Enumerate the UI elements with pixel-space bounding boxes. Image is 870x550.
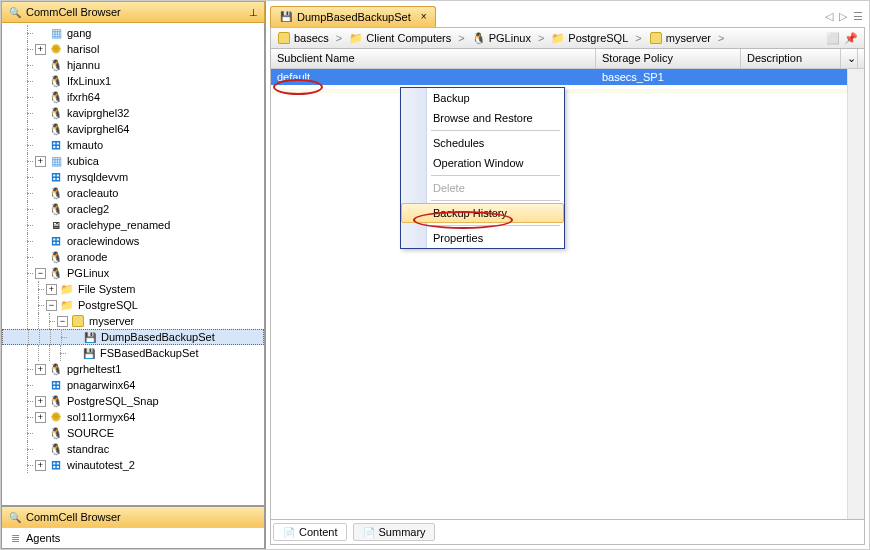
tree-item-oranode[interactable]: oranode: [2, 249, 264, 265]
bottom-tab-label: CommCell Browser: [26, 511, 121, 523]
tree-item-postgresqlsnap[interactable]: +PostgreSQL_Snap: [2, 393, 264, 409]
column-menu-icon[interactable]: ⌄: [841, 49, 858, 68]
tree-item-standrac[interactable]: standrac: [2, 441, 264, 457]
chevron-right-icon[interactable]: >: [715, 32, 727, 44]
expander-icon[interactable]: +: [35, 412, 46, 423]
pin-icon[interactable]: ⬜: [826, 32, 840, 45]
tree-item-oraclewindows[interactable]: oraclewindows: [2, 233, 264, 249]
chevron-right-icon[interactable]: >: [333, 32, 345, 44]
expander-icon[interactable]: −: [46, 300, 57, 311]
menu-item-schedules[interactable]: Schedules: [401, 133, 564, 153]
folder-icon: [551, 31, 565, 45]
tree-item-oracleauto[interactable]: oracleauto: [2, 185, 264, 201]
tree-item-kaviprghel64[interactable]: kaviprghel64: [2, 121, 264, 137]
expander-icon[interactable]: +: [35, 364, 46, 375]
col-header-storagepolicy[interactable]: Storage Policy: [596, 49, 741, 68]
tree-item-winautotest2[interactable]: +winautotest_2: [2, 457, 264, 473]
tree-item-harisol[interactable]: +harisol: [2, 41, 264, 57]
tree-label: gang: [67, 27, 91, 39]
scrollbar[interactable]: [847, 69, 864, 519]
expander-icon[interactable]: +: [35, 156, 46, 167]
menu-item-operationwindow[interactable]: Operation Window: [401, 153, 564, 173]
tree-item-kmauto[interactable]: kmauto: [2, 137, 264, 153]
chevron-right-icon[interactable]: >: [535, 32, 547, 44]
bottom-tab-agents[interactable]: Agents: [2, 527, 264, 548]
crumb-postgresql[interactable]: PostgreSQL: [551, 31, 628, 45]
menu-item-browseandrestore[interactable]: Browse and Restore: [401, 108, 564, 128]
content-tab-content[interactable]: Content: [273, 523, 347, 541]
tree-item-mysqldevvm[interactable]: mysqldevvm: [2, 169, 264, 185]
pin-icon[interactable]: ⊥: [249, 7, 258, 18]
tree: gang+harisolhjannuIfxLinux1ifxrh64kavipr…: [2, 23, 264, 475]
tree-item-pglinux[interactable]: −PGLinux: [2, 265, 264, 281]
tree-item-myserver[interactable]: −myserver: [2, 313, 264, 329]
col-header-subclientname[interactable]: Subclient Name: [271, 49, 596, 68]
win-icon: [48, 457, 64, 473]
tree-item-kubica[interactable]: +kubica: [2, 153, 264, 169]
nav-menu-icon[interactable]: ☰: [851, 10, 865, 23]
tree-item-filesystem[interactable]: +File System: [2, 281, 264, 297]
menu-separator: [431, 225, 560, 226]
menu-item-backup[interactable]: Backup: [401, 88, 564, 108]
menu-item-backuphistory[interactable]: Backup History: [401, 203, 564, 223]
tree-label: DumpBasedBackupSet: [101, 331, 215, 343]
tree-item-ifxlinux1[interactable]: IfxLinux1: [2, 73, 264, 89]
right-panel: DumpBasedBackupSet × ◁ ▷ ☰ basecs>Client…: [266, 1, 869, 549]
gear-icon: [48, 25, 64, 41]
crumb-myserver[interactable]: myserver: [649, 31, 711, 45]
table-row[interactable]: defaultbasecs_SP1: [271, 69, 864, 85]
tree-item-gang[interactable]: gang: [2, 25, 264, 41]
tree-item-hjannu[interactable]: hjannu: [2, 57, 264, 73]
crumb-clientcomputers[interactable]: Client Computers: [349, 31, 451, 45]
nav-next-icon[interactable]: ▷: [837, 10, 849, 23]
col-header-description[interactable]: Description: [741, 49, 841, 68]
content-tab-summary[interactable]: Summary: [353, 523, 435, 541]
content-tabs: Content Summary: [270, 520, 865, 545]
tree-item-pnagarwinx64[interactable]: pnagarwinx64: [2, 377, 264, 393]
tree-item-oracleg2[interactable]: oracleg2: [2, 201, 264, 217]
pin-icon[interactable]: 📌: [844, 32, 858, 45]
tree-item-kaviprghel32[interactable]: kaviprghel32: [2, 105, 264, 121]
expander-icon[interactable]: +: [35, 44, 46, 55]
tree-label: pgrheltest1: [67, 363, 121, 375]
tree-item-dumpbasedbackupset[interactable]: DumpBasedBackupSet: [2, 329, 264, 345]
tree-item-ifxrh64[interactable]: ifxrh64: [2, 89, 264, 105]
tree-label: hjannu: [67, 59, 100, 71]
folder-icon: [349, 31, 363, 45]
table-row[interactable]: [271, 89, 864, 93]
expander-icon[interactable]: +: [35, 396, 46, 407]
expander-icon[interactable]: −: [57, 316, 68, 327]
tree-item-postgresql[interactable]: −PostgreSQL: [2, 297, 264, 313]
tux-icon: [48, 249, 64, 265]
crumb-pglinux[interactable]: PGLinux: [472, 31, 531, 45]
nav-prev-icon[interactable]: ◁: [823, 10, 835, 23]
browser-tab-icon: [8, 510, 22, 524]
active-tab[interactable]: DumpBasedBackupSet ×: [270, 6, 436, 27]
crumb-basecs[interactable]: basecs: [277, 31, 329, 45]
win-icon: [48, 233, 64, 249]
chevron-right-icon[interactable]: >: [632, 32, 644, 44]
db-icon: [277, 31, 291, 45]
tree-item-fsbasedbackupset[interactable]: FSBasedBackupSet: [2, 345, 264, 361]
tree-item-oraclehyperenamed[interactable]: oraclehype_renamed: [2, 217, 264, 233]
tux-icon: [48, 121, 64, 137]
tux-icon: [48, 57, 64, 73]
close-icon[interactable]: ×: [421, 11, 427, 22]
tree-item-pgrheltest1[interactable]: +pgrheltest1: [2, 361, 264, 377]
tree-label: kaviprghel32: [67, 107, 129, 119]
crumb-label: PGLinux: [489, 32, 531, 44]
expander-icon[interactable]: +: [46, 284, 57, 295]
tree-label: winautotest_2: [67, 459, 135, 471]
tree-label: pnagarwinx64: [67, 379, 136, 391]
tab-label: DumpBasedBackupSet: [297, 11, 411, 23]
disk-icon: [81, 345, 97, 361]
bottom-tab-browser[interactable]: CommCell Browser: [2, 507, 264, 527]
tree-item-source[interactable]: SOURCE: [2, 425, 264, 441]
expander-icon[interactable]: −: [35, 268, 46, 279]
tree-item-sol11ormyx64[interactable]: +sol11ormyx64: [2, 409, 264, 425]
chevron-right-icon[interactable]: >: [455, 32, 467, 44]
menu-item-properties[interactable]: Properties: [401, 228, 564, 248]
win-icon: [48, 377, 64, 393]
expander-icon[interactable]: +: [35, 460, 46, 471]
content-tab-icon: [282, 525, 296, 539]
